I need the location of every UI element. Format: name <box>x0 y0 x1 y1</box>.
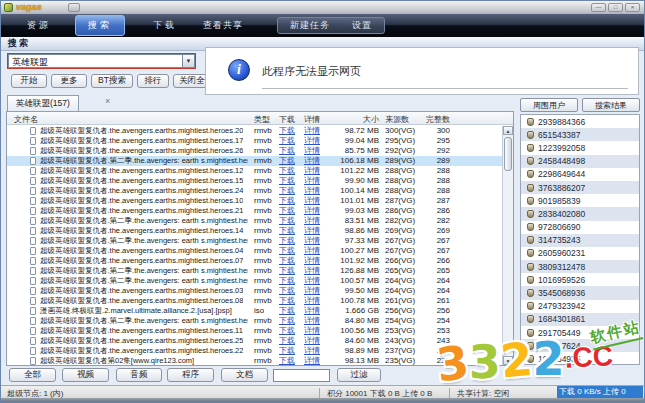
details-link[interactable]: 详情 <box>304 126 320 136</box>
details-link[interactable]: 详情 <box>304 266 320 276</box>
more-button[interactable]: 更多 <box>51 74 87 88</box>
details-link[interactable]: 详情 <box>304 296 320 306</box>
table-row[interactable]: 超级英雄联盟复仇者.第二季.the.avengers: earth s.migh… <box>7 156 502 166</box>
user-list-item[interactable]: 3545068936 <box>521 286 639 299</box>
search-combobox[interactable]: 英雄联盟 ▼ <box>7 53 196 69</box>
details-link[interactable]: 详情 <box>304 336 320 346</box>
chevron-down-icon[interactable]: ▼ <box>182 54 195 68</box>
details-link[interactable]: 详情 <box>304 236 320 246</box>
result-tab[interactable]: 英雄联盟(157) <box>7 95 79 112</box>
details-link[interactable]: 详情 <box>304 186 320 196</box>
download-link[interactable]: 下载 <box>279 166 295 176</box>
col-details[interactable]: 详情 <box>304 114 320 125</box>
details-link[interactable]: 详情 <box>304 226 320 236</box>
download-link[interactable]: 下载 <box>279 286 295 296</box>
close-button[interactable]: × <box>625 3 640 12</box>
scrollbar-thumb[interactable] <box>504 137 512 171</box>
download-link[interactable]: 下载 <box>279 226 295 236</box>
download-link[interactable]: 下载 <box>279 246 295 256</box>
download-link[interactable]: 下载 <box>279 296 295 306</box>
details-link[interactable]: 详情 <box>304 276 320 286</box>
user-list-item[interactable]: 2605960231 <box>521 247 639 260</box>
table-row[interactable]: 超级英雄联盟复仇者.the.avengers.earths.mightiest.… <box>7 296 502 306</box>
download-link[interactable]: 下载 <box>279 306 295 316</box>
col-complete[interactable]: 完整数 <box>415 114 450 125</box>
download-link[interactable]: 下载 <box>279 316 295 326</box>
details-link[interactable]: 详情 <box>304 166 320 176</box>
table-row[interactable]: 超级英雄联盟复仇者.the.avengers.earths.mightiest.… <box>7 146 502 156</box>
table-row[interactable]: 超级英雄联盟复仇者.the.avengers.earths.mightiest.… <box>7 126 502 136</box>
table-row[interactable]: 超级英雄联盟复仇者.第二季.the.avengers: earth s.migh… <box>7 236 502 246</box>
download-link[interactable]: 下载 <box>279 266 295 276</box>
user-list-item[interactable]: 106384935 <box>521 352 639 365</box>
table-row[interactable]: 超级英雄联盟复仇者.the.avengers.earths.mightiest.… <box>7 176 502 186</box>
minimize-button[interactable]: — <box>591 3 606 12</box>
details-link[interactable]: 详情 <box>304 306 320 316</box>
details-link[interactable]: 详情 <box>304 246 320 256</box>
download-link[interactable]: 下载 <box>279 276 295 286</box>
download-link[interactable]: 下载 <box>279 176 295 186</box>
close-icon[interactable]: × <box>105 97 110 106</box>
filter-document-button[interactable]: 文档 <box>221 368 268 382</box>
ranking-button[interactable]: 排行 <box>137 74 169 88</box>
table-row[interactable]: 超级英雄联盟复仇者.第二季.the.avengers: earth s.migh… <box>7 216 502 226</box>
table-row[interactable]: 超级英雄联盟复仇者.the.avengers.earths.mightiest.… <box>7 256 502 266</box>
table-row[interactable]: 超级英雄联盟复仇者.the.avengers.earths.mightiest.… <box>7 196 502 206</box>
col-sources[interactable]: 来源数 <box>385 114 409 125</box>
download-link[interactable]: 下载 <box>279 126 295 136</box>
details-link[interactable]: 详情 <box>304 326 320 336</box>
user-list-item[interactable]: 2298649644 <box>521 168 639 181</box>
user-list-item[interactable]: 2479323942 <box>521 300 639 313</box>
tab-resources[interactable]: 资源 <box>27 19 51 32</box>
details-link[interactable]: 详情 <box>304 316 320 326</box>
table-row[interactable]: 超级英雄联盟复仇者.第二季.the.avengers: earth s.migh… <box>7 276 502 286</box>
download-link[interactable]: 下载 <box>279 356 295 365</box>
details-link[interactable]: 详情 <box>304 286 320 296</box>
table-row[interactable]: 超级英雄联盟复仇者.the.avengers.earths.mightiest.… <box>7 186 502 196</box>
table-row[interactable]: 超级英雄联盟复仇者.the.avengers.earths.mightiest.… <box>7 326 502 336</box>
user-list-item[interactable]: 3763886207 <box>521 181 639 194</box>
bt-search-button[interactable]: BT搜索 <box>91 74 133 88</box>
tab-search[interactable]: 搜索 <box>75 15 125 36</box>
details-link[interactable]: 详情 <box>304 346 320 356</box>
download-link[interactable]: 下载 <box>279 236 295 246</box>
filter-input[interactable] <box>273 369 330 382</box>
table-row[interactable]: 超级英雄联盟复仇者第02集[www.qire123.com]rmvb下载详情98… <box>7 356 502 365</box>
user-list-item[interactable]: 2458448498 <box>521 155 639 168</box>
download-link[interactable]: 下载 <box>279 146 295 156</box>
download-link[interactable]: 下载 <box>279 186 295 196</box>
col-filename[interactable]: 文件名 <box>14 114 38 125</box>
details-link[interactable]: 详情 <box>304 256 320 266</box>
table-row[interactable]: 超级英雄联盟复仇者.the.avengers.earths.mightiest.… <box>7 346 502 356</box>
details-link[interactable]: 详情 <box>304 206 320 216</box>
col-size[interactable]: 大小 <box>325 114 379 125</box>
scroll-up-icon[interactable]: ▲ <box>503 126 513 135</box>
details-link[interactable]: 详情 <box>304 356 320 365</box>
table-row[interactable]: 超级英雄联盟复仇者.the.avengers.earths.mightiest.… <box>7 286 502 296</box>
download-link[interactable]: 下载 <box>279 336 295 346</box>
nearby-users-button[interactable]: 周围用户 <box>520 98 578 112</box>
download-link[interactable]: 下载 <box>279 156 295 166</box>
new-task-button[interactable]: 新建任务 <box>290 19 330 32</box>
download-link[interactable]: 下载 <box>279 136 295 146</box>
filter-apply-button[interactable]: 过滤 <box>337 368 381 382</box>
filter-program-button[interactable]: 程序 <box>167 368 214 382</box>
start-button[interactable]: 开始 <box>11 74 47 88</box>
col-type[interactable]: 类型 <box>254 114 270 125</box>
maximize-button[interactable]: □ <box>608 3 623 12</box>
download-link[interactable]: 下载 <box>279 346 295 356</box>
tab-download[interactable]: 下载 <box>153 19 177 32</box>
user-list-item[interactable]: 2939884366 <box>521 115 639 128</box>
settings-button[interactable]: 设置 <box>352 19 372 32</box>
table-row[interactable]: 超级英雄联盟复仇者.the.avengers.earths.mightiest.… <box>7 226 502 236</box>
details-link[interactable]: 详情 <box>304 196 320 206</box>
tab-view-shared[interactable]: 查看共享 <box>203 19 243 32</box>
search-results-button[interactable]: 搜索结果 <box>582 98 640 112</box>
user-list-item[interactable]: 291705449 <box>521 326 639 339</box>
download-link[interactable]: 下载 <box>279 256 295 266</box>
user-list-item[interactable]: 651543387 <box>521 128 639 141</box>
table-scrollbar[interactable]: ▲ ▼ <box>502 126 513 365</box>
user-list-item[interactable]: 1684301861 <box>521 313 639 326</box>
table-row[interactable]: 超级英雄联盟复仇者.the.avengers.earths.mightiest.… <box>7 336 502 346</box>
filter-video-button[interactable]: 视频 <box>62 368 109 382</box>
